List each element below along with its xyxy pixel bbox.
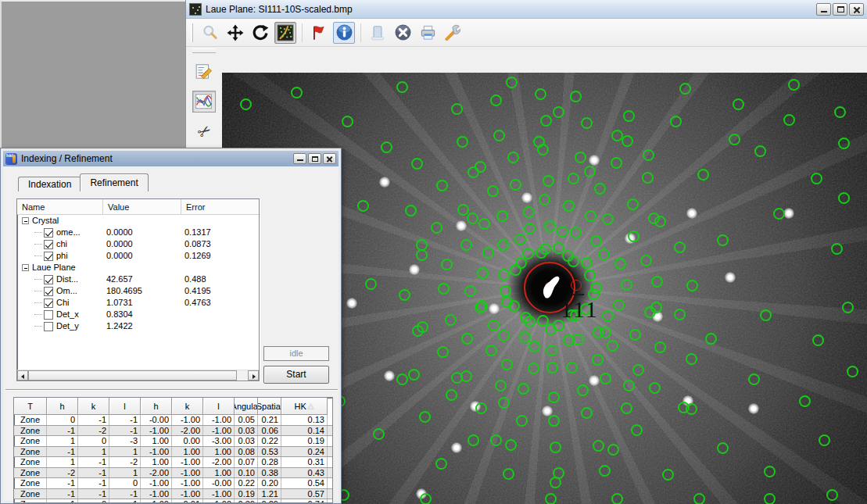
diffraction-spot-circle — [543, 175, 554, 187]
table-col-hk-9[interactable]: HK△ — [281, 398, 328, 415]
parameter-checkbox[interactable] — [44, 252, 53, 261]
diffraction-spot-circle — [568, 256, 579, 267]
diffraction-spot-circle — [717, 442, 729, 454]
table-cell: -1 — [47, 478, 78, 488]
table-cell: -1 — [47, 447, 78, 457]
table-row[interactable]: Zone-111-1.001.001.000.080.530.24 — [14, 447, 332, 458]
parameter-checkbox[interactable] — [44, 275, 53, 284]
table-row[interactable]: Zone-1-2-1-1.00-2.00-1.000.030.060.14 — [14, 426, 332, 437]
diffraction-spot-circle — [437, 346, 449, 358]
table-row[interactable]: Zone1-1-21.00-1.00-2.000.070.280.31 — [14, 457, 332, 468]
tree-item-row[interactable]: Det_y1.2422 — [17, 320, 259, 332]
minimize-button[interactable] — [816, 3, 831, 16]
tree-item-row[interactable]: Om...180.46950.4195 — [17, 285, 259, 297]
pattern-display-toggle[interactable] — [274, 22, 296, 44]
tab-refinement[interactable]: Refinement — [80, 173, 148, 191]
rotate-tool-button[interactable] — [249, 22, 271, 44]
diffraction-spot-circle — [598, 248, 610, 260]
table-row[interactable]: Zone0-1-1-0.00-1.00-1.000.050.210.13 — [14, 415, 332, 426]
table-cell: -0.00 — [203, 478, 235, 488]
info-toggle[interactable] — [333, 22, 355, 44]
table-col-h-4[interactable]: h — [141, 398, 172, 415]
cancel-tool-button[interactable] — [392, 22, 414, 44]
table-row[interactable]: Zone10-31.000.00-3.000.030.220.19 — [14, 436, 332, 447]
tree-group-row[interactable]: Crystal — [17, 215, 259, 227]
tree-col-name[interactable]: Name — [17, 199, 103, 214]
start-button[interactable]: Start — [263, 366, 329, 384]
tree-col-value[interactable]: Value — [103, 199, 181, 214]
dialog-close-button[interactable] — [323, 153, 336, 164]
diffraction-spot-circle — [799, 395, 811, 407]
diffraction-spot-circle — [488, 320, 500, 331]
collapse-toggle[interactable] — [22, 217, 29, 224]
diffraction-spot-circle — [643, 149, 654, 161]
diffraction-spot-circle — [842, 302, 854, 313]
table-cell: 0.54 — [281, 478, 328, 488]
table-col-t-0[interactable]: T — [14, 398, 47, 415]
maximize-button[interactable] — [833, 3, 847, 16]
parameter-checkbox[interactable] — [44, 228, 53, 238]
parameter-checkbox[interactable] — [44, 322, 53, 331]
table-cell: 0.28 — [258, 457, 281, 467]
exit-tool-button[interactable] — [367, 22, 389, 44]
measure-tool-button[interactable] — [192, 61, 216, 83]
diffraction-spot-circle — [485, 345, 497, 356]
parameter-checkbox[interactable] — [44, 240, 53, 249]
tree-group-row[interactable]: Laue Plane — [17, 262, 259, 273]
scrollbar-thumb[interactable] — [28, 370, 237, 381]
table-col-h-1[interactable]: h — [47, 398, 78, 415]
scroll-left-button[interactable] — [17, 370, 28, 381]
tree-item-row[interactable]: Det_x0.8304 — [17, 309, 259, 320]
graph-tool-button[interactable] — [192, 91, 216, 113]
table-col-l-6[interactable]: l — [203, 398, 235, 415]
parameter-checkbox[interactable] — [44, 287, 53, 296]
dialog-maximize-button[interactable] — [308, 153, 321, 164]
table-col-angular-7[interactable]: Angular — [235, 398, 258, 415]
table-row[interactable]: Zone10-11.00-0.01-1.000.300.290.74 — [14, 499, 332, 503]
tree-item-row[interactable]: Dist...42.6570.488 — [17, 273, 259, 285]
diffraction-spot-circle — [381, 141, 392, 153]
diffraction-spot-circle — [416, 239, 428, 251]
diffraction-spot-circle — [773, 208, 785, 220]
parameter-checkbox[interactable] — [44, 298, 53, 308]
table-col-spatial-8[interactable]: Spatial — [258, 398, 281, 415]
collapse-toggle[interactable] — [22, 264, 29, 271]
tree-item-row[interactable]: ome...0.00000.1317 — [17, 227, 259, 238]
bright-diffraction-spot — [451, 442, 462, 453]
close-button[interactable] — [849, 3, 864, 16]
pan-tool-button[interactable] — [224, 22, 246, 44]
scroll-right-button[interactable] — [248, 370, 259, 381]
main-titlebar[interactable]: Laue Plane: SI111-10S-scaled.bmp — [186, 0, 867, 19]
bright-diffraction-spot — [489, 303, 500, 314]
tree-item-row[interactable]: phi0.00000.1269 — [17, 250, 259, 262]
table-row[interactable]: Zone-2-11-2.00-1.001.000.100.380.43 — [14, 468, 332, 479]
print-tool-button[interactable] — [417, 22, 439, 44]
tree-item-row[interactable]: Chi1.07310.4763 — [17, 297, 259, 309]
table-row[interactable]: Zone-1-1-1-1.00-1.00-1.000.191.210.57 — [14, 489, 332, 500]
diffraction-spot-circle — [834, 106, 846, 118]
side-toolbar-grip[interactable] — [192, 48, 216, 53]
flag-tool-button[interactable] — [308, 22, 330, 44]
sort-indicator-icon: △ — [308, 402, 314, 410]
tab-indexation[interactable]: Indexation — [18, 177, 81, 191]
settings-tool-button[interactable] — [442, 22, 464, 44]
table-col-k-5[interactable]: k — [172, 398, 203, 415]
dialog-minimize-button[interactable] — [293, 153, 306, 164]
table-col-k-2[interactable]: k — [78, 398, 109, 415]
tree-horizontal-scrollbar[interactable] — [17, 370, 259, 381]
dialog-titlebar[interactable]: hkl Indexing / Refinement — [3, 151, 339, 166]
bright-diffraction-spot — [521, 192, 532, 203]
diffraction-spot-circle — [640, 255, 652, 266]
table-cell: 0 — [78, 436, 109, 446]
diffraction-spot-circle — [475, 402, 487, 414]
table-col-l-3[interactable]: l — [109, 398, 141, 415]
table-row[interactable]: Zone-1-10-1.00-1.00-0.000.220.200.54 — [14, 478, 332, 489]
diffraction-spot-circle — [546, 345, 557, 356]
cut-tool-button[interactable]: ✂ — [192, 120, 216, 142]
rotate-arrow-icon — [251, 23, 270, 42]
zoom-tool-button[interactable] — [199, 22, 221, 44]
tree-col-error[interactable]: Error — [181, 199, 259, 214]
tree-item-row[interactable]: chi0.00000.0873 — [17, 238, 259, 250]
parameter-checkbox[interactable] — [44, 310, 53, 320]
toolbar-grip[interactable] — [191, 23, 193, 42]
